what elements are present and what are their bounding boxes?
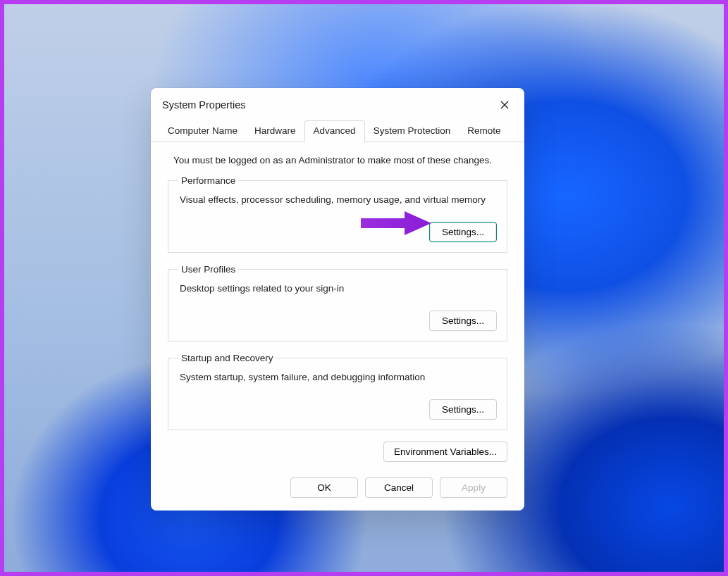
tab-strip: Computer Name Hardware Advanced System P…: [151, 120, 524, 142]
system-properties-dialog: System Properties Computer Name Hardware…: [151, 88, 524, 511]
performance-desc: Visual effects, processor scheduling, me…: [180, 194, 497, 205]
startup-recovery-desc: System startup, system failure, and debu…: [180, 372, 497, 382]
tab-system-protection[interactable]: System Protection: [365, 121, 459, 142]
cancel-button[interactable]: Cancel: [365, 477, 433, 498]
user-profiles-settings-button[interactable]: Settings...: [429, 311, 497, 331]
admin-note: You must be logged on as an Administrato…: [173, 155, 507, 165]
ok-button[interactable]: OK: [290, 477, 358, 498]
group-performance-legend: Performance: [178, 175, 238, 186]
dialog-footer: OK Cancel Apply: [151, 468, 524, 511]
close-button[interactable]: [492, 95, 517, 115]
user-profiles-desc: Desktop settings related to your sign-in: [180, 283, 497, 294]
dialog-title: System Properties: [162, 99, 245, 111]
tab-content-advanced: You must be logged on as an Administrato…: [151, 142, 524, 468]
group-user-profiles: User Profiles Desktop settings related t…: [168, 264, 507, 342]
startup-recovery-settings-button[interactable]: Settings...: [429, 399, 497, 420]
group-startup-recovery: Startup and Recovery System startup, sys…: [168, 353, 507, 430]
tab-remote[interactable]: Remote: [459, 121, 509, 142]
titlebar: System Properties: [151, 88, 524, 120]
performance-settings-button[interactable]: Settings...: [429, 222, 497, 242]
tab-computer-name[interactable]: Computer Name: [159, 121, 246, 142]
apply-button[interactable]: Apply: [440, 477, 507, 498]
tab-advanced[interactable]: Advanced: [304, 120, 365, 142]
environment-variables-button[interactable]: Environment Variables...: [383, 442, 507, 462]
close-icon: [500, 101, 509, 109]
tab-hardware[interactable]: Hardware: [246, 121, 304, 142]
group-startup-recovery-legend: Startup and Recovery: [178, 353, 276, 363]
group-user-profiles-legend: User Profiles: [178, 264, 238, 275]
group-performance: Performance Visual effects, processor sc…: [168, 175, 507, 253]
